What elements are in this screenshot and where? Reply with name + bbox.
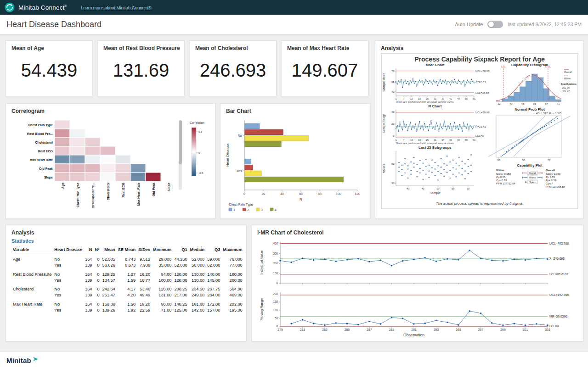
svg-text:Cp 0.55: Cp 0.55 bbox=[496, 176, 505, 178]
svg-text:StDev 9.058: StDev 9.058 bbox=[496, 173, 511, 175]
svg-text:60: 60 bbox=[299, 192, 303, 195]
svg-text:301: 301 bbox=[523, 328, 528, 331]
column-header: N* bbox=[93, 246, 101, 253]
kpi-value: 246.693 bbox=[190, 60, 276, 81]
process-capability-sixpack-report: Process Capability Sixpack Report for Ag… bbox=[378, 53, 580, 214]
panel-title: Correlogram bbox=[6, 104, 215, 114]
individual-value-chart: 0100200300400Individual ValueUCL=403.766… bbox=[260, 242, 569, 285]
scrollbar-thumb[interactable] bbox=[179, 120, 182, 164]
svg-text:4: 4 bbox=[275, 208, 277, 212]
svg-text:Sample: Sample bbox=[430, 191, 441, 195]
svg-text:60: 60 bbox=[391, 162, 394, 165]
svg-text:100: 100 bbox=[273, 308, 278, 312]
moving-range-chart: 050100150200Moving RangeUCL=192.965M̄R=5… bbox=[260, 292, 569, 331]
svg-text:N: N bbox=[300, 197, 302, 201]
table-row: CholesterolNo1640242.644.1753.46126.0020… bbox=[11, 283, 244, 292]
svg-text:Chest Pain Type: Chest Pain Type bbox=[229, 202, 253, 206]
svg-text:Process Capability Sixpack Rep: Process Capability Sixpack Report for Ag… bbox=[414, 56, 545, 63]
svg-text:55: 55 bbox=[465, 139, 468, 141]
svg-text:1: 1 bbox=[395, 139, 396, 141]
kpi-label: Mean of Age bbox=[6, 41, 92, 51]
svg-text:291: 291 bbox=[411, 328, 417, 331]
svg-text:-0.5: -0.5 bbox=[198, 172, 204, 174]
correlogram-scrollbar[interactable] bbox=[179, 120, 182, 190]
svg-text:13: 13 bbox=[410, 139, 413, 141]
column-header: Q3 bbox=[206, 246, 221, 253]
kpi-value: 149.607 bbox=[282, 60, 368, 81]
kpi-label: Mean of Max Heart Rate bbox=[282, 41, 368, 51]
auto-update-toggle[interactable] bbox=[487, 21, 503, 28]
svg-text:281: 281 bbox=[300, 328, 305, 331]
svg-text:150: 150 bbox=[273, 300, 278, 303]
column-header: SE Mean bbox=[117, 246, 137, 253]
panel-title: Analysis bbox=[6, 225, 246, 236]
learn-more-link[interactable]: Learn more about Minitab Connect® bbox=[81, 5, 151, 10]
svg-text:Cholesterol: Cholesterol bbox=[35, 141, 53, 144]
page-title: Heart Disease Dashboard bbox=[6, 20, 102, 29]
svg-text:7: 7 bbox=[403, 97, 404, 100]
svg-text:293: 293 bbox=[434, 328, 439, 331]
statistics-table: VariableHeart DiseaseNN*MeanSE MeanStDev… bbox=[11, 246, 243, 313]
svg-text:0: 0 bbox=[276, 281, 278, 284]
svg-text:50: 50 bbox=[522, 159, 525, 162]
column-header: Variable bbox=[11, 246, 53, 253]
svg-text:40: 40 bbox=[391, 111, 394, 113]
correlogram-card: Correlogram Chest Pain TypeRest Blood Pr… bbox=[6, 103, 215, 219]
svg-text:60: 60 bbox=[467, 187, 469, 190]
svg-text:43: 43 bbox=[449, 97, 452, 100]
svg-text:No: No bbox=[237, 134, 242, 138]
kpi-value: 54.439 bbox=[6, 60, 92, 81]
svg-text:LCL=0: LCL=0 bbox=[475, 134, 484, 137]
svg-text:13: 13 bbox=[410, 97, 413, 100]
svg-text:Tests are performed with unequ: Tests are performed with unequal sample … bbox=[396, 142, 454, 145]
table-row: Yes1390134.571.5918.77100.00120.00130.00… bbox=[11, 277, 244, 283]
svg-text:X̄=246.693: X̄=246.693 bbox=[549, 257, 565, 260]
svg-text:PPM 137068.58: PPM 137068.58 bbox=[546, 185, 565, 188]
svg-text:Specifications: Specifications bbox=[561, 83, 577, 85]
svg-text:Moving Range: Moving Range bbox=[260, 298, 264, 320]
kpi-label: Mean of Rest Blood Pressure bbox=[98, 41, 184, 51]
svg-text:Last 25 Subgroups: Last 25 Subgroups bbox=[418, 145, 452, 150]
svg-text:LCL=0: LCL=0 bbox=[549, 324, 559, 328]
svg-text:55: 55 bbox=[465, 97, 468, 100]
kpi-value: 131.69 bbox=[98, 60, 184, 81]
svg-text:31: 31 bbox=[434, 139, 436, 141]
svg-text:USL 65: USL 65 bbox=[562, 90, 570, 93]
kpi-card-mean-age: Mean of Age 54.439 bbox=[6, 40, 93, 97]
column-header: Q1 bbox=[173, 246, 188, 253]
table-row: Yes1390139.261.9222.5971.00125.00142.001… bbox=[11, 307, 244, 313]
svg-text:299: 299 bbox=[500, 328, 506, 331]
svg-text:Old Peak: Old Peak bbox=[152, 183, 155, 196]
kpi-card-mean-cholesterol: Mean of Cholesterol 246.693 bbox=[189, 40, 277, 97]
correlation-heatmap: Chest Pain TypeRest Blood Pre...Choleste… bbox=[27, 120, 171, 208]
svg-text:50: 50 bbox=[436, 187, 439, 190]
svg-text:30: 30 bbox=[391, 182, 394, 184]
minitab-connect-logo-icon bbox=[5, 2, 15, 12]
svg-text:400: 400 bbox=[273, 242, 278, 245]
heart-disease-bar-chart: Heart DiseaseNoYes020406080100120NChest … bbox=[223, 117, 368, 214]
svg-text:Overall: Overall bbox=[529, 172, 536, 174]
column-header: N bbox=[84, 246, 93, 253]
svg-text:Normal Prob Plot: Normal Prob Plot bbox=[514, 107, 545, 112]
svg-text:0.5: 0.5 bbox=[198, 130, 203, 133]
svg-text:Within: Within bbox=[529, 176, 536, 179]
kpi-card-mean-rest-bp: Mean of Rest Blood Pressure 131.69 bbox=[97, 40, 185, 97]
svg-text:20: 20 bbox=[391, 123, 394, 125]
svg-text:279: 279 bbox=[277, 328, 283, 331]
svg-text:Pp 0.55: Pp 0.55 bbox=[546, 176, 555, 178]
svg-text:45: 45 bbox=[422, 187, 424, 190]
svg-text:3: 3 bbox=[261, 208, 263, 212]
svg-text:Cpm *: Cpm * bbox=[546, 182, 554, 185]
svg-text:Capability Plot: Capability Plot bbox=[517, 163, 543, 167]
column-header: StDev bbox=[137, 246, 152, 253]
svg-text:Ppk 0.39: Ppk 0.39 bbox=[546, 179, 556, 182]
svg-text:120: 120 bbox=[355, 192, 360, 195]
svg-text:0: 0 bbox=[243, 192, 245, 195]
svg-text:Observation: Observation bbox=[403, 333, 424, 337]
brand-name: Minitab Connect® bbox=[18, 4, 67, 11]
imr-chart-card: I-MR Chart of Cholesterol 0100200300400I… bbox=[251, 225, 583, 341]
svg-text:80: 80 bbox=[318, 192, 322, 195]
svg-text:32: 32 bbox=[498, 102, 500, 105]
svg-text:Overall: Overall bbox=[546, 169, 555, 172]
statistics-tab-link[interactable]: Statistics bbox=[11, 238, 34, 244]
